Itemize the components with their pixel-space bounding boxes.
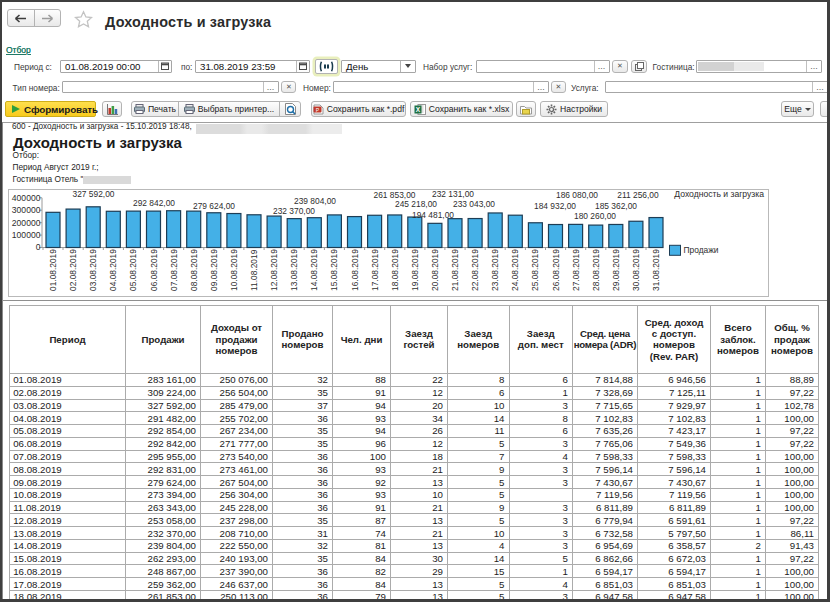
svg-text:194 481,00: 194 481,00: [412, 210, 454, 220]
svg-text:400000: 400000: [12, 192, 41, 202]
svg-text:327 592,00: 327 592,00: [73, 189, 115, 199]
svg-text:300000: 300000: [12, 205, 41, 215]
svg-text:20.08.2019: 20.08.2019: [430, 248, 440, 290]
svg-text:186 080,00: 186 080,00: [556, 190, 598, 200]
svg-text:15.08.2019: 15.08.2019: [329, 248, 339, 290]
svg-text:185 362,00: 185 362,00: [595, 200, 637, 210]
svg-text:03.08.2019: 03.08.2019: [88, 248, 98, 290]
svg-text:04.08.2019: 04.08.2019: [108, 248, 118, 290]
svg-text:02.08.2019: 02.08.2019: [68, 248, 78, 290]
svg-text:14.08.2019: 14.08.2019: [309, 248, 319, 290]
svg-text:27.08.2019: 27.08.2019: [571, 248, 581, 290]
svg-text:0: 0: [36, 242, 41, 252]
svg-text:17.08.2019: 17.08.2019: [370, 248, 380, 290]
svg-text:211 256,00: 211 256,00: [617, 190, 659, 200]
svg-text:Доходность и загрузка: Доходность и загрузка: [674, 189, 764, 199]
svg-text:184 932,00: 184 932,00: [534, 200, 576, 210]
svg-text:21.08.2019: 21.08.2019: [450, 248, 460, 290]
svg-text:X: X: [416, 106, 421, 113]
svg-text:13.08.2019: 13.08.2019: [289, 248, 299, 290]
svg-text:07.08.2019: 07.08.2019: [169, 248, 179, 290]
svg-text:24.08.2019: 24.08.2019: [510, 248, 520, 290]
svg-text:08.08.2019: 08.08.2019: [189, 248, 199, 290]
svg-text:23.08.2019: 23.08.2019: [490, 248, 500, 290]
svg-text:100000: 100000: [12, 229, 41, 239]
svg-text:232 131,00: 232 131,00: [432, 189, 474, 199]
svg-text:29.08.2019: 29.08.2019: [611, 248, 621, 290]
svg-text:261 853,00: 261 853,00: [374, 189, 416, 199]
svg-text:26.08.2019: 26.08.2019: [551, 248, 561, 290]
svg-text:292 842,00: 292 842,00: [133, 197, 175, 207]
svg-text:30.08.2019: 30.08.2019: [631, 248, 641, 290]
svg-text:239 804,00: 239 804,00: [294, 196, 336, 206]
svg-text:180 260,00: 180 260,00: [574, 211, 616, 221]
svg-text:233 043,00: 233 043,00: [453, 199, 495, 209]
svg-text:245 218,00: 245 218,00: [395, 199, 437, 209]
svg-text:28.08.2019: 28.08.2019: [591, 248, 601, 290]
svg-text:22.08.2019: 22.08.2019: [470, 248, 480, 290]
svg-text:12.08.2019: 12.08.2019: [269, 248, 279, 290]
svg-text:09.08.2019: 09.08.2019: [209, 248, 219, 290]
svg-text:06.08.2019: 06.08.2019: [149, 248, 159, 290]
svg-text:19.08.2019: 19.08.2019: [410, 248, 420, 290]
svg-text:232 370,00: 232 370,00: [273, 206, 315, 216]
svg-text:18.08.2019: 18.08.2019: [390, 248, 400, 290]
svg-text:10.08.2019: 10.08.2019: [229, 248, 239, 290]
svg-text:200000: 200000: [12, 217, 41, 227]
svg-text:31.08.2019: 31.08.2019: [651, 248, 661, 290]
svg-text:279 624,00: 279 624,00: [193, 200, 235, 210]
svg-text:05.08.2019: 05.08.2019: [128, 248, 138, 290]
svg-text:16.08.2019: 16.08.2019: [350, 248, 360, 290]
svg-text:01.08.2019: 01.08.2019: [48, 248, 58, 290]
svg-text:11.08.2019: 11.08.2019: [249, 249, 259, 291]
svg-text:25.08.2019: 25.08.2019: [530, 248, 540, 290]
svg-text:Продажи: Продажи: [684, 245, 719, 255]
